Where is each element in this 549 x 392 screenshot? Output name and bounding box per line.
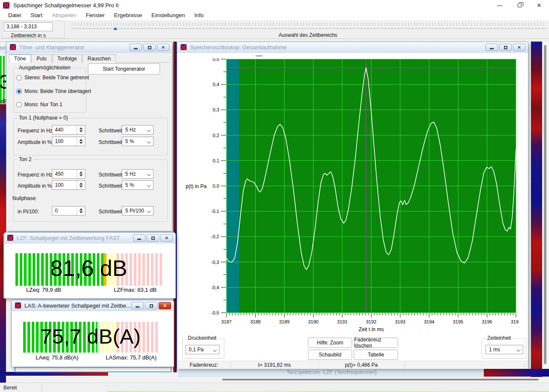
slider-thumb[interactable]: [113, 27, 118, 30]
menu-ergebnisse[interactable]: Ergebnisse: [109, 11, 147, 20]
tab-rauschen[interactable]: Rauschen: [82, 54, 116, 63]
chevron-down-icon: [147, 128, 151, 132]
phase-spinner[interactable]: 0: [52, 206, 85, 215]
radio-stereo[interactable]: Stereo: Beide Töne getrennt: [16, 75, 89, 81]
close-icon[interactable]: ✕: [513, 44, 525, 51]
spinner-arrows-icon[interactable]: [77, 126, 85, 134]
tone-generator-title: Töne- und Klanggenerator: [19, 44, 84, 51]
phase-step-combo[interactable]: 5 Pi/100: [122, 206, 154, 215]
background-horizontal-scrollbar[interactable]: [222, 379, 539, 380]
las-titlebar[interactable]: LAS: A-bewerteter Schallpegel mit Zeitbe…: [12, 300, 174, 311]
plot-drag-handle[interactable]: [256, 55, 262, 57]
minimize-button[interactable]: [130, 44, 142, 51]
hilfe-zoom-button[interactable]: Hilfe: Zoom: [308, 338, 352, 348]
ton2-freq-label: Frequenz in Hz:: [18, 172, 54, 178]
menu-datei[interactable]: Datei: [3, 11, 26, 20]
menu-einstellungen[interactable]: Einstellungen: [147, 11, 190, 20]
lzf-title: LZF: Schallpegel mit Zeitbewertung FAST: [17, 235, 120, 241]
restore-button[interactable]: [145, 302, 157, 309]
spinner-arrows-icon[interactable]: [77, 137, 85, 146]
time-range-slider[interactable]: Auswahl des Zeitbereichs: [67, 20, 549, 39]
resize-grip[interactable]: .::: [522, 363, 527, 368]
menu-info[interactable]: Info: [190, 11, 208, 20]
x-tick-label: 3187: [221, 319, 232, 324]
fadenkreuz-loeschen-button[interactable]: Fadenkreuz löschen: [354, 338, 398, 348]
menu-start[interactable]: Start: [26, 11, 47, 20]
y-tick-label: -0,1: [211, 209, 219, 214]
tab-tonfolge[interactable]: Tonfolge: [52, 54, 82, 63]
ton1-freq-label: Frequenz in Hz:: [18, 128, 54, 134]
close-icon[interactable]: ✕: [157, 44, 169, 51]
chevron-down-icon: [147, 183, 151, 187]
status-pressure-value: p(t)= 0,466 Pa: [319, 361, 404, 369]
restore-button[interactable]: [147, 234, 159, 242]
ton2-ampl-step-combo[interactable]: 5 %: [122, 180, 154, 190]
background-gradient-band-left: [0, 372, 108, 376]
radio-icon[interactable]: [16, 75, 22, 81]
tab-toene[interactable]: Töne: [9, 54, 31, 63]
restore-button[interactable]: [499, 44, 512, 51]
background-vertical-scrollbar[interactable]: [544, 45, 546, 364]
ton2-freq-step-combo[interactable]: 5 Hz: [122, 169, 154, 179]
ton2-label: Ton 2: [17, 156, 33, 162]
ton2-freq-spinner[interactable]: 450: [52, 169, 85, 179]
close-button[interactable]: ✕: [159, 302, 171, 309]
lzf-titlebar[interactable]: LZF: Schallpegel mit Zeitbewertung FAST …: [4, 233, 175, 243]
app-icon: [181, 44, 187, 50]
lzf-max: LZFmax: 83,1 dB: [114, 287, 157, 293]
radio-icon[interactable]: [16, 102, 22, 108]
plot-x-axis-title: Zeit t in ms: [226, 326, 516, 332]
lzf-window: LZF: Schallpegel mit Zeitbewertung FAST …: [3, 232, 176, 299]
radio-mono-ton1[interactable]: Mono: Nur Ton 1: [16, 102, 63, 108]
las-level-meter: 75,7 dB(A): [23, 322, 158, 353]
minimize-button[interactable]: —: [490, 0, 510, 10]
radio-icon[interactable]: [16, 89, 22, 94]
minimize-button[interactable]: [486, 44, 498, 51]
y-tick-label: 0,1: [213, 158, 219, 163]
output-options-group: Ausgabemöglichkeiten Stereo: Beide Töne …: [13, 68, 86, 113]
y-tick-label: 0,3: [213, 107, 219, 112]
tabelle-button[interactable]: Tabelle: [354, 350, 398, 360]
tone-generator-titlebar[interactable]: Töne- und Klanggenerator ✕: [6, 42, 172, 53]
time-range-panel: 3,188 - 3,313 Zeitbereich in s: [1, 21, 65, 38]
tab-puls[interactable]: Puls: [31, 54, 51, 63]
x-tick-label: 3195: [453, 319, 463, 324]
chevron-down-icon: [213, 348, 217, 352]
las-max: LASmax: 75,7 dB(A): [106, 354, 157, 361]
minimize-button[interactable]: [131, 302, 144, 309]
y-tick-label: -0,2: [211, 234, 219, 239]
oscilloscope-titlebar[interactable]: Speicheroszilloskop: Gesamtaufnahme ✕: [177, 42, 528, 53]
y-tick-label: 0,2: [213, 133, 219, 138]
terzspektrum-window-title[interactable]: Terzspektrum: LZF (Terzfrequenzen): [178, 368, 485, 377]
schaubild-button[interactable]: Schaubild: [308, 350, 352, 360]
spinner-arrows-icon[interactable]: [77, 206, 85, 215]
radio-mono-overlay[interactable]: Mono: Beide Töne überlagert: [16, 88, 91, 94]
oscilloscope-plot[interactable]: 0,50,40,30,20,10,0-0,1-0,2-0,3-0,4-0,531…: [207, 58, 519, 328]
x-tick-label: 3192: [366, 319, 376, 324]
zeiteinheit-combo[interactable]: 1 ms: [486, 345, 523, 354]
druckeinheit-combo[interactable]: 0,1 Pa: [185, 345, 220, 354]
time-range-input[interactable]: 3,188 - 3,313: [4, 22, 53, 31]
main-window-title: Spaichinger Schallpegelmesser 4,99 Pro I…: [13, 2, 119, 9]
ton1-ampl-step-combo[interactable]: 5 %: [122, 137, 154, 146]
start-tongenerator-button[interactable]: Start Tongenerator: [88, 63, 160, 75]
close-button[interactable]: ✕: [529, 0, 549, 10]
spinner-arrows-icon[interactable]: [77, 170, 85, 178]
las-title: LAS: A-bewerteter Schallpegel mit Zeitbe…: [24, 302, 131, 309]
minimize-button[interactable]: [133, 234, 145, 242]
spinner-arrows-icon[interactable]: [77, 181, 85, 189]
status-time-value: t= 3191,82 ms: [231, 361, 319, 369]
slider-track[interactable]: [71, 28, 546, 29]
chevron-down-icon: [147, 209, 151, 213]
ton2-ampl-spinner[interactable]: 100: [52, 180, 85, 190]
ton1-freq-step-combo[interactable]: 5 Hz: [122, 125, 154, 135]
ton1-freq-spinner[interactable]: 440: [52, 125, 85, 135]
ton1-ampl-spinner[interactable]: 100: [52, 137, 85, 146]
restore-button[interactable]: [510, 0, 529, 10]
plot-y-axis-title: p(t) in Pa: [186, 183, 207, 189]
restore-button[interactable]: [143, 44, 156, 51]
close-icon[interactable]: ✕: [160, 234, 173, 242]
output-options-label: Ausgabemöglichkeiten: [17, 65, 72, 71]
menu-fenster[interactable]: Fenster: [81, 11, 109, 20]
oscilloscope-window: Speicheroszilloskop: Gesamtaufnahme ✕ p(…: [177, 42, 528, 369]
